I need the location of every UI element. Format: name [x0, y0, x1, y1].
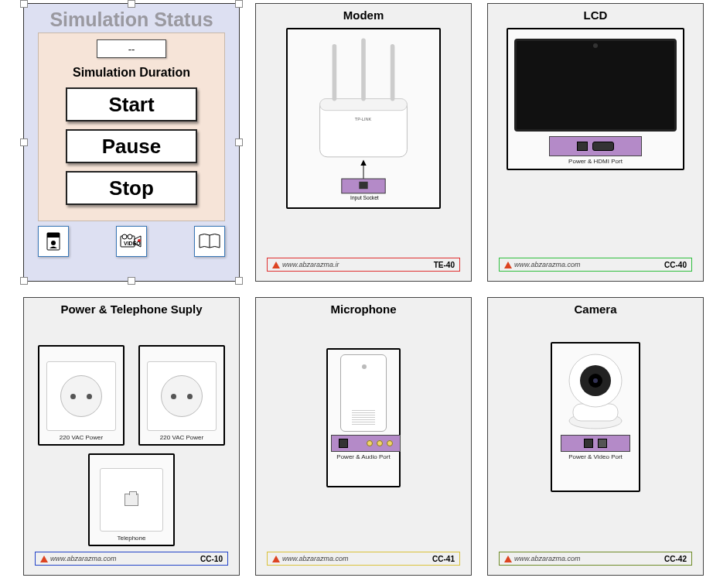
power-jack-icon — [584, 439, 593, 448]
brand-text: www.abzarazma.com — [50, 555, 117, 562]
module-title: LCD — [584, 9, 608, 22]
port-label: Power & Video Port — [568, 453, 623, 460]
power-jack-icon — [339, 439, 348, 448]
selection-handle[interactable] — [235, 277, 243, 285]
module-code: CC-10 — [200, 555, 223, 563]
user-doc-icon[interactable] — [38, 226, 69, 257]
selection-handle[interactable] — [20, 277, 28, 285]
selection-handle[interactable] — [235, 0, 243, 8]
svg-point-2 — [51, 241, 56, 245]
brand-text: www.abzarazma.com — [282, 555, 349, 562]
module-code: CC-42 — [664, 555, 687, 563]
svg-point-5 — [122, 234, 127, 239]
duration-readout: -- — [97, 39, 166, 58]
socket-label: Telephone — [118, 535, 146, 542]
pause-button[interactable]: Pause — [66, 129, 197, 163]
brand-text: www.abzarazma.com — [514, 555, 581, 562]
panel-title: Simulation Status — [24, 4, 239, 32]
video-jack-icon — [598, 439, 607, 448]
video-icon[interactable]: VIDEO — [116, 226, 147, 257]
simulation-control-panel: Simulation Status -- Simulation Duration… — [23, 3, 240, 282]
selection-handle[interactable] — [20, 0, 28, 8]
socket-label: 220 VAC Power — [160, 434, 203, 441]
power-socket-a: 220 VAC Power — [38, 345, 125, 446]
power-socket-b: 220 VAC Power — [138, 345, 225, 446]
module-lcd: LCD Power & HDMI Port www.abzarazma.com … — [487, 3, 704, 282]
selection-handle[interactable] — [20, 138, 28, 146]
modem-device: TP-LINK Input Socket — [286, 28, 441, 209]
port-label: Power & Audio Port — [336, 453, 390, 460]
camera-device: Power & Video Port — [551, 342, 640, 492]
module-modem: Modem TP-LINK Input Socket w — [255, 3, 472, 282]
module-camera: Camera Power & Video Port — [487, 297, 704, 576]
audio-jacks-icon — [367, 440, 393, 446]
socket-label: 220 VAC Power — [60, 434, 103, 441]
svg-text:VIDEO: VIDEO — [124, 241, 141, 246]
brand-text: www.abzarazma.com — [514, 261, 581, 268]
microphone-device: Power & Audio Port — [326, 348, 401, 487]
svg-text:Input Socket: Input Socket — [350, 195, 379, 201]
module-code: CC-41 — [432, 555, 455, 563]
module-title: Camera — [574, 303, 616, 316]
svg-text:TP-LINK: TP-LINK — [355, 117, 372, 121]
lcd-port-bar — [549, 136, 642, 156]
module-footer: www.abzarazma.com CC-41 — [267, 552, 460, 566]
module-footer: www.abzarazma.com CC-40 — [499, 258, 692, 272]
selection-handle[interactable] — [235, 138, 243, 146]
panel-body: -- Simulation Duration Start Pause Stop — [38, 32, 225, 221]
camera-icon — [561, 347, 630, 432]
module-title: Power & Telephone Suply — [60, 303, 202, 316]
module-title: Modem — [343, 9, 384, 22]
hdmi-jack-icon — [592, 142, 614, 151]
module-footer: www.abzarazma.com CC-42 — [499, 552, 692, 566]
start-button[interactable]: Start — [66, 87, 197, 121]
mic-body-icon — [340, 354, 387, 432]
book-icon[interactable] — [194, 226, 225, 257]
mic-port-bar — [331, 435, 401, 452]
svg-marker-17 — [360, 160, 367, 166]
lcd-device: Power & HDMI Port — [507, 28, 684, 170]
svg-rect-1 — [47, 233, 60, 238]
module-code: TE-40 — [434, 261, 455, 269]
telephone-socket: Telephone — [88, 453, 175, 546]
module-title: Microphone — [331, 303, 397, 316]
svg-point-6 — [128, 234, 132, 239]
selection-handle[interactable] — [128, 277, 135, 285]
port-label: Power & HDMI Port — [568, 158, 623, 165]
svg-rect-19 — [359, 182, 367, 189]
camera-port-bar — [561, 435, 630, 452]
power-jack-icon — [577, 142, 588, 151]
brand-text: www.abzarazma.ir — [282, 261, 339, 268]
module-footer: www.abzarazma.com CC-10 — [35, 552, 228, 566]
module-code: CC-40 — [664, 261, 687, 269]
duration-label: Simulation Duration — [73, 66, 190, 80]
svg-point-26 — [593, 378, 598, 383]
selection-handle[interactable] — [128, 0, 135, 8]
lcd-screen — [514, 39, 677, 132]
module-microphone: Microphone Power & Audio Port www.abzara… — [255, 297, 472, 576]
module-power-telephone: Power & Telephone Suply 220 VAC Power 22… — [23, 297, 240, 576]
stop-button[interactable]: Stop — [66, 171, 197, 205]
module-footer: www.abzarazma.ir TE-40 — [267, 258, 460, 272]
